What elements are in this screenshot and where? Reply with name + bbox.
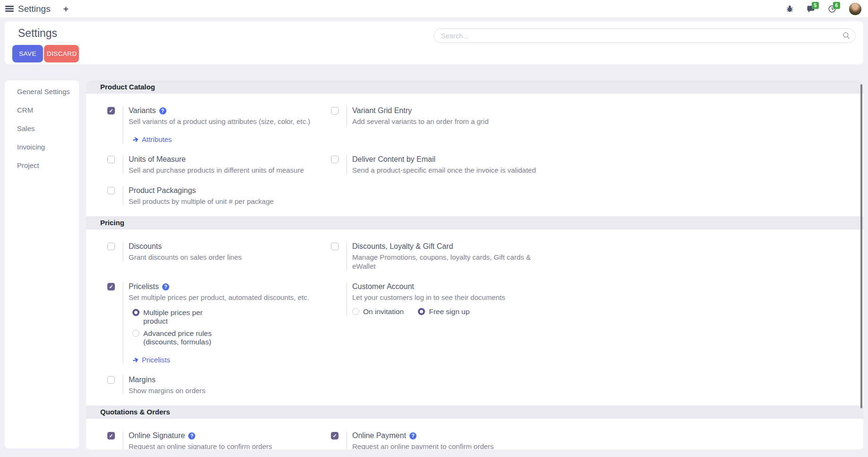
- radio-unselected-icon: [132, 330, 139, 337]
- messages-icon[interactable]: 5: [807, 5, 815, 13]
- setting-pricelists: Pricelists Set multiple prices per produ…: [107, 282, 331, 364]
- discounts-loyalty-checkbox[interactable]: [331, 243, 339, 250]
- sidebar-item-project[interactable]: Project: [5, 156, 79, 175]
- navbar-right-icons: 5 6: [785, 3, 868, 15]
- discard-button[interactable]: DISCARD: [44, 45, 79, 62]
- search-box: [434, 28, 856, 43]
- setting-variant-grid-entry: Variant Grid Entry Add several variants …: [331, 106, 555, 126]
- sidebar-item-general-settings[interactable]: General Settings: [5, 82, 79, 101]
- pricelists-checkbox[interactable]: [107, 283, 115, 290]
- sidebar-item-invoicing[interactable]: Invoicing: [5, 138, 79, 156]
- radio-selected-icon: [418, 308, 425, 315]
- setting-description: Add several variants to an order from a …: [352, 117, 555, 126]
- setting-label: Product Packagings: [129, 186, 196, 195]
- setting-description: Request an online payment to confirm ord…: [352, 442, 555, 449]
- search-icon[interactable]: [842, 31, 851, 42]
- navbar-app-title: Settings: [18, 4, 51, 14]
- radio-free-sign-up[interactable]: Free sign up: [418, 308, 469, 316]
- attributes-link[interactable]: Attributes: [132, 135, 331, 143]
- arrow-right-icon: [131, 356, 139, 364]
- sidebar-item-crm[interactable]: CRM: [5, 101, 79, 119]
- setting-description: Show margins on orders: [129, 386, 331, 395]
- section-header-product-catalog: Product Catalog: [86, 80, 863, 94]
- help-icon[interactable]: [162, 283, 169, 290]
- link-label: Pricelists: [142, 356, 170, 364]
- radio-multiple-prices-per-product[interactable]: Multiple prices per product: [132, 308, 331, 325]
- variant-grid-entry-checkbox[interactable]: [331, 107, 339, 114]
- setting-description: Sell and purchase products in different …: [129, 166, 331, 175]
- vertical-scrollbar[interactable]: [860, 84, 862, 408]
- setting-description: Sell products by multiple of unit # per …: [129, 197, 331, 206]
- arrow-right-icon: [131, 135, 139, 143]
- online-signature-checkbox[interactable]: [107, 432, 115, 439]
- setting-label: Variant Grid Entry: [352, 106, 412, 115]
- activities-clock-icon[interactable]: 6: [828, 5, 836, 13]
- debug-bug-icon[interactable]: [785, 5, 794, 13]
- setting-description: Let your customers log in to see their d…: [352, 293, 555, 302]
- link-label: Attributes: [142, 135, 172, 143]
- radio-on-invitation[interactable]: On invitation: [352, 308, 404, 316]
- messages-count-badge: 5: [812, 2, 819, 9]
- setting-description: Send a product-specific email once the i…: [352, 166, 555, 175]
- search-input[interactable]: [434, 28, 856, 43]
- setting-label: Discounts: [129, 242, 162, 251]
- radio-selected-icon: [132, 309, 139, 316]
- setting-label: Online Signature: [129, 431, 185, 440]
- setting-customer-account: Customer Account Let your customers log …: [331, 282, 555, 316]
- section-header-quotations-orders: Quotations & Orders: [86, 405, 863, 419]
- online-payment-checkbox[interactable]: [331, 432, 339, 439]
- save-button[interactable]: SAVE: [12, 45, 43, 62]
- setting-label: Discounts, Loyalty & Gift Card: [352, 242, 453, 251]
- help-icon[interactable]: [188, 432, 195, 439]
- section-rows-pricing: Discounts Grant discounts on sales order…: [86, 229, 863, 405]
- units-of-measure-checkbox[interactable]: [107, 156, 115, 163]
- pricelists-link[interactable]: Pricelists: [132, 356, 331, 364]
- setting-description: Sell variants of a product using attribu…: [129, 117, 331, 126]
- settings-app: Settings + 5 6: [0, 0, 868, 457]
- user-avatar[interactable]: [849, 3, 861, 15]
- top-navbar: Settings + 5 6: [0, 0, 868, 18]
- deliver-content-by-email-checkbox[interactable]: [331, 156, 339, 163]
- setting-label: Units of Measure: [129, 155, 186, 164]
- setting-label: Variants: [129, 106, 156, 115]
- new-tab-button[interactable]: +: [63, 4, 69, 13]
- sidebar-item-sales[interactable]: Sales: [5, 119, 79, 138]
- variants-checkbox[interactable]: [107, 107, 115, 114]
- page-title: Settings: [18, 27, 57, 40]
- radio-unselected-icon: [352, 308, 359, 315]
- help-icon[interactable]: [409, 432, 417, 439]
- setting-variants: Variants Sell variants of a product usin…: [107, 106, 331, 143]
- setting-deliver-content-by-email: Deliver Content by Email Send a product-…: [331, 155, 555, 175]
- menu-hamburger-icon[interactable]: [5, 6, 14, 12]
- setting-label: Deliver Content by Email: [352, 155, 435, 164]
- section-rows-quotations-orders: Online Signature Request an online signa…: [86, 419, 863, 449]
- setting-online-signature: Online Signature Request an online signa…: [107, 431, 331, 449]
- margins-checkbox[interactable]: [107, 376, 115, 384]
- setting-description: Grant discounts on sales order lines: [129, 253, 331, 262]
- setting-label: Online Payment: [352, 431, 406, 440]
- setting-description: Set multiple prices per product, automat…: [129, 293, 331, 302]
- setting-discounts-loyalty-gift-card: Discounts, Loyalty & Gift Card Manage Pr…: [331, 242, 555, 271]
- radio-advanced-price-rules[interactable]: Advanced price rules (discounts, formula…: [132, 329, 331, 346]
- setting-description: Manage Promotions, coupons, loyalty card…: [352, 253, 555, 271]
- settings-content: Product Catalog Variants Sell variants o…: [86, 80, 863, 449]
- discounts-checkbox[interactable]: [107, 243, 115, 250]
- settings-header-card: Settings SAVE DISCARD: [5, 21, 863, 64]
- setting-product-packagings: Product Packagings Sell products by mult…: [107, 186, 331, 206]
- help-icon[interactable]: [159, 107, 166, 114]
- setting-label: Margins: [129, 375, 156, 385]
- section-header-pricing: Pricing: [86, 216, 863, 229]
- setting-units-of-measure: Units of Measure Sell and purchase produ…: [107, 155, 331, 175]
- activities-count-badge: 6: [833, 2, 840, 9]
- setting-label: Pricelists: [129, 282, 159, 291]
- setting-discounts: Discounts Grant discounts on sales order…: [107, 242, 331, 262]
- setting-online-payment: Online Payment Request an online payment…: [331, 431, 555, 449]
- setting-margins: Margins Show margins on orders: [107, 375, 331, 395]
- setting-description: Request an online signature to confirm o…: [129, 442, 331, 449]
- settings-sidebar: General Settings CRM Sales Invoicing Pro…: [5, 80, 79, 448]
- section-rows-product-catalog: Variants Sell variants of a product usin…: [86, 94, 863, 216]
- setting-label: Customer Account: [352, 282, 414, 291]
- product-packagings-checkbox[interactable]: [107, 187, 115, 194]
